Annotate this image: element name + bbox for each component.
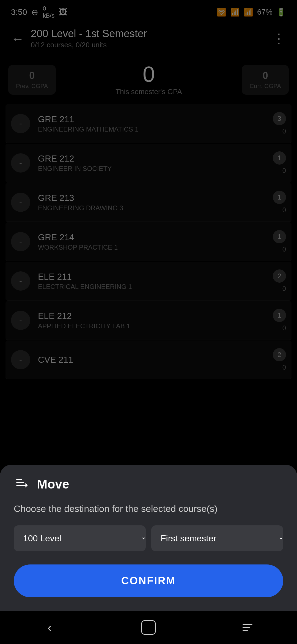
nav-bar: ‹ bbox=[0, 611, 297, 644]
move-bottom-sheet: Move Choose the destination for the sele… bbox=[0, 465, 297, 611]
nav-home-icon bbox=[141, 620, 156, 635]
nav-recents-icon bbox=[243, 624, 252, 631]
svg-rect-1 bbox=[16, 482, 24, 483]
nav-home-button[interactable] bbox=[138, 616, 160, 638]
sheet-description: Choose the destination for the selected … bbox=[14, 502, 283, 515]
nav-back-icon: ‹ bbox=[48, 621, 52, 634]
svg-rect-0 bbox=[16, 479, 22, 480]
confirm-button[interactable]: CONFIRM bbox=[14, 564, 283, 597]
nav-recents-button[interactable] bbox=[237, 616, 258, 638]
destination-row: 100 Level200 Level300 Level400 Level Fir… bbox=[14, 525, 283, 551]
semester-select[interactable]: First semesterSecond semester bbox=[151, 525, 283, 551]
sheet-header: Move bbox=[14, 476, 283, 492]
svg-rect-2 bbox=[16, 485, 22, 486]
move-icon bbox=[14, 476, 30, 492]
level-select[interactable]: 100 Level200 Level300 Level400 Level bbox=[14, 525, 146, 551]
sheet-title: Move bbox=[37, 477, 69, 492]
nav-back-button[interactable]: ‹ bbox=[38, 616, 61, 638]
